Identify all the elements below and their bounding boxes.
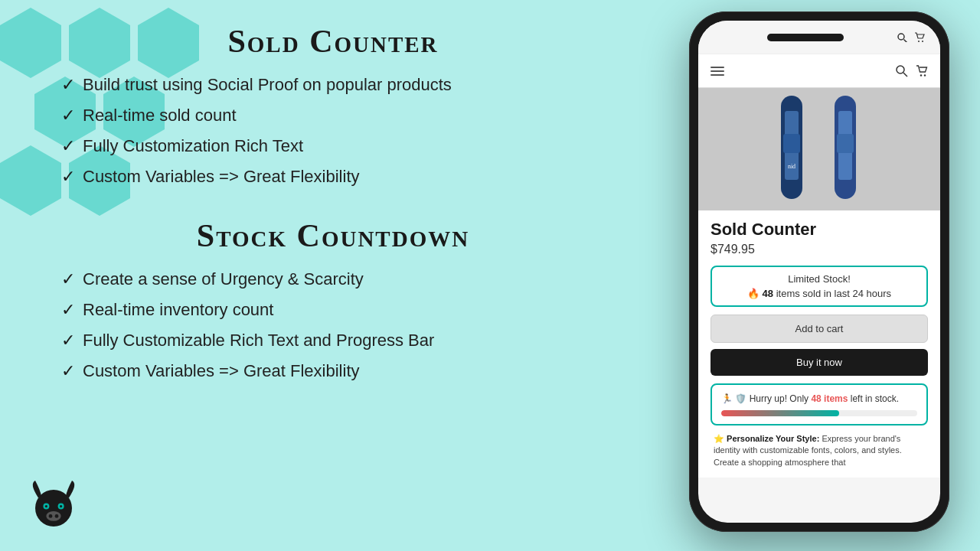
star-emoji: ⭐ (714, 434, 724, 443)
feature-item: ✓ Create a sense of Urgency & Scarcity (61, 269, 620, 289)
nav-search-icon[interactable] (896, 65, 908, 77)
add-to-cart-button[interactable]: Add to cart (710, 315, 928, 343)
phone-nav-bar (698, 54, 940, 88)
svg-point-12 (897, 66, 904, 73)
feature-text: Fully Customizable Rich Text and Progres… (83, 331, 434, 350)
snowboard-image: nid (758, 92, 880, 207)
feature-text: Real-time sold count (83, 106, 237, 126)
svg-text:nid: nid (788, 163, 795, 170)
nav-cart-icon[interactable] (916, 65, 928, 77)
stock-progress-bar-outer (721, 410, 917, 416)
badge-detail: 🔥 48 items sold in last 24 hours (721, 288, 917, 299)
cart-icon (914, 32, 925, 43)
feature-item: ✓ Real-time sold count (61, 106, 620, 126)
fire-emoji: 🔥 (747, 288, 760, 299)
feature-item: ✓ Fully Customization Rich Text (61, 136, 620, 156)
runner-emoji: 🏃 (721, 393, 733, 404)
feature-item: ✓ Fully Customizable Rich Text and Progr… (61, 331, 620, 350)
product-image: nid (698, 88, 940, 210)
stock-countdown-widget: 🏃 🛡️ Hurry up! Only 48 items left in sto… (710, 383, 928, 425)
stock-highlight: 48 items (811, 393, 848, 404)
status-right (897, 32, 925, 43)
stock-countdown-text: 🏃 🛡️ Hurry up! Only 48 items left in sto… (721, 393, 917, 406)
product-price: $749.95 (710, 243, 928, 256)
svg-point-7 (55, 514, 59, 518)
sold-counter-badge: Limited Stock! 🔥 48 items sold in last 2… (710, 266, 928, 307)
feature-item: ✓ Build trust using Social Proof on popu… (61, 75, 620, 95)
check-icon: ✓ (61, 361, 75, 381)
feature-text: Create a sense of Urgency & Scarcity (83, 269, 364, 289)
svg-rect-22 (837, 134, 854, 153)
feature-item: ✓ Custom Variables => Great Flexibility (61, 167, 620, 187)
feature-text: Custom Variables => Great Flexibility (83, 361, 360, 381)
svg-point-10 (918, 41, 920, 42)
phone-screen: nid Sold Counter $749.95 Limited Stock! … (698, 21, 940, 523)
personalize-label: Personalize Your Style: (727, 434, 819, 443)
sold-counter-features: ✓ Build trust using Social Proof on popu… (46, 75, 620, 187)
sold-suffix: items sold in last 24 hours (776, 288, 891, 299)
phone-notch (767, 34, 844, 41)
check-icon: ✓ (61, 300, 75, 320)
hamburger-menu-icon[interactable] (710, 67, 724, 76)
product-title: Sold Counter (710, 220, 928, 240)
stock-countdown-title: Stock Countdown (46, 217, 620, 254)
svg-point-14 (920, 74, 922, 76)
search-icon (897, 33, 908, 42)
phone-outer: nid Sold Counter $749.95 Limited Stock! … (689, 11, 949, 532)
check-icon: ✓ (61, 106, 75, 126)
stock-suffix: left in stock. (851, 393, 899, 404)
svg-point-6 (49, 514, 53, 518)
feature-item: ✓ Custom Variables => Great Flexibility (61, 361, 620, 381)
product-info: Sold Counter $749.95 Limited Stock! 🔥 48… (698, 210, 940, 478)
check-icon: ✓ (61, 331, 75, 350)
personalize-section: ⭐ Personalize Your Style: Express your b… (710, 433, 928, 468)
shield-emoji: 🛡️ (735, 393, 746, 404)
check-icon: ✓ (61, 269, 75, 289)
svg-point-5 (46, 511, 60, 521)
svg-point-8 (898, 34, 904, 40)
stock-progress-bar-inner (721, 410, 839, 416)
check-icon: ✓ (61, 136, 75, 156)
check-icon: ✓ (61, 167, 75, 187)
feature-text: Real-time inventory count (83, 300, 273, 320)
feature-item: ✓ Real-time inventory count (61, 300, 620, 320)
svg-point-11 (922, 41, 923, 42)
stock-countdown-features: ✓ Create a sense of Urgency & Scarcity ✓… (46, 269, 620, 381)
buy-now-button[interactable]: Buy it now (710, 349, 928, 376)
svg-point-3 (45, 505, 47, 507)
badge-title: Limited Stock! (721, 273, 917, 285)
feature-text: Build trust using Social Proof on popula… (83, 75, 452, 95)
phone-mockup: nid Sold Counter $749.95 Limited Stock! … (689, 11, 957, 540)
hurry-prefix: Hurry up! Only (750, 393, 808, 404)
phone-status-bar (698, 21, 940, 54)
svg-point-4 (60, 505, 62, 507)
svg-line-9 (904, 39, 908, 42)
svg-line-13 (903, 73, 907, 77)
feature-text: Fully Customization Rich Text (83, 136, 303, 156)
left-panel: Sold Counter ✓ Build trust using Social … (46, 23, 620, 412)
sold-number: 48 (763, 288, 773, 299)
sold-counter-title: Sold Counter (46, 23, 620, 60)
feature-text: Custom Variables => Great Flexibility (83, 167, 360, 187)
bull-logo (23, 474, 84, 536)
nav-right-icons (896, 65, 928, 77)
svg-point-15 (924, 74, 926, 76)
svg-rect-18 (783, 134, 800, 153)
check-icon: ✓ (61, 75, 75, 95)
